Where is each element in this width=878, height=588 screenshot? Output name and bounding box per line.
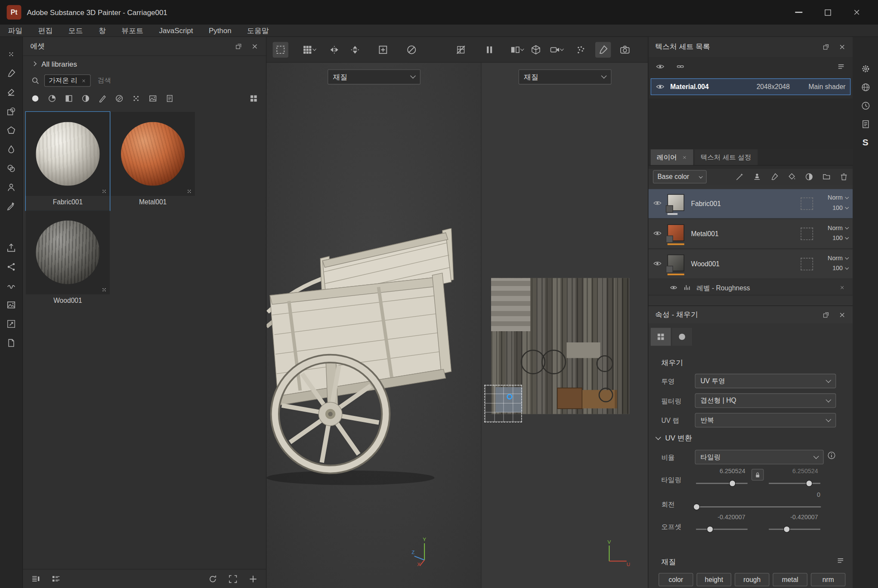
symmetry-y-button[interactable] bbox=[347, 42, 363, 57]
projection-toggle-button[interactable] bbox=[453, 42, 469, 57]
uv-pivot-handle[interactable] bbox=[507, 394, 512, 400]
filter-fonts-icon[interactable] bbox=[165, 94, 174, 103]
history-icon[interactable] bbox=[860, 101, 870, 111]
uv-transform-section[interactable]: UV 변환 bbox=[656, 433, 692, 443]
smudge-tool-button[interactable] bbox=[0, 140, 23, 159]
layer-row-metal001[interactable]: Metal001 Norm 100 bbox=[649, 219, 853, 249]
popout-icon[interactable] bbox=[822, 311, 830, 319]
projection-select[interactable]: UV 투영 bbox=[695, 374, 836, 388]
blend-mode-select[interactable]: Norm bbox=[828, 255, 848, 262]
tab-layers[interactable]: 레이어 bbox=[651, 149, 693, 165]
minimize-button[interactable] bbox=[784, 3, 813, 22]
effect-row-levels[interactable]: 레벨 - Roughness bbox=[649, 280, 853, 295]
substance-share-icon[interactable]: S bbox=[863, 138, 869, 148]
tab-texture-set-settings[interactable]: 텍스처 세트 설정 bbox=[694, 149, 757, 165]
material-mode-select-3d[interactable]: 재질 bbox=[327, 69, 420, 84]
layer-thumbnail[interactable] bbox=[668, 225, 684, 241]
filter-smart-materials-icon[interactable] bbox=[48, 94, 57, 103]
filter-materials-icon[interactable] bbox=[31, 94, 40, 103]
tiling-x-slider[interactable] bbox=[696, 480, 748, 487]
close-panel-icon[interactable] bbox=[838, 311, 846, 319]
viewport-3d[interactable]: 재질 bbox=[266, 63, 482, 588]
blend-mode-select[interactable]: Norm bbox=[828, 225, 848, 231]
settings-icon[interactable] bbox=[860, 64, 870, 74]
add-group-icon[interactable] bbox=[822, 172, 831, 182]
menu-item-file[interactable]: 파일 bbox=[0, 25, 30, 37]
layer-visibility-icon[interactable] bbox=[653, 199, 662, 208]
close-panel-icon[interactable] bbox=[838, 43, 846, 51]
view-3d-button[interactable] bbox=[528, 42, 544, 57]
polygon-fill-tool-button[interactable] bbox=[0, 121, 23, 140]
menu-item-viewport[interactable]: 뷰포트 bbox=[114, 25, 151, 37]
add-asset-icon[interactable] bbox=[248, 574, 258, 584]
material-picker-tool-button[interactable] bbox=[0, 197, 23, 216]
menu-item-mode[interactable]: 모드 bbox=[61, 25, 91, 37]
resize-button[interactable] bbox=[0, 314, 23, 333]
thumbnail-view-icon[interactable] bbox=[249, 94, 258, 103]
clone-tool-button[interactable] bbox=[0, 159, 23, 178]
menu-item-window[interactable]: 창 bbox=[91, 25, 114, 37]
tiling-y-slider[interactable] bbox=[769, 480, 820, 487]
add-quick-mask-button[interactable] bbox=[375, 42, 391, 57]
layer-thumbnail[interactable] bbox=[668, 255, 684, 271]
filtering-select[interactable]: 겹선형 | HQ bbox=[695, 393, 836, 408]
paint-tool-button[interactable] bbox=[0, 64, 23, 83]
remove-effect-icon[interactable] bbox=[839, 285, 845, 290]
search-filter-chip[interactable]: 가져온 리 bbox=[44, 74, 91, 87]
link-sets-icon[interactable] bbox=[676, 62, 685, 71]
refresh-assets-icon[interactable] bbox=[208, 574, 218, 584]
chip-remove-icon[interactable] bbox=[81, 78, 87, 83]
tiling-lock-button[interactable] bbox=[751, 469, 764, 480]
channel-color-button[interactable]: color bbox=[658, 573, 693, 586]
image-export-button[interactable] bbox=[0, 296, 23, 314]
list-options-icon[interactable] bbox=[837, 62, 846, 71]
channel-select[interactable]: Base color bbox=[653, 170, 707, 183]
display-mode-button[interactable] bbox=[508, 42, 524, 57]
filter-filters-icon[interactable] bbox=[81, 94, 90, 103]
uv-transform-gizmo[interactable] bbox=[484, 385, 522, 422]
opacity-select[interactable]: 100 bbox=[832, 234, 848, 241]
mannequin-tool-button[interactable] bbox=[0, 178, 23, 197]
asset-tile-wood001[interactable]: Wood001 bbox=[26, 210, 110, 309]
material-options-icon[interactable] bbox=[836, 556, 845, 565]
layer-visibility-icon[interactable] bbox=[653, 259, 662, 268]
export-button[interactable] bbox=[0, 238, 23, 257]
properties-tab-fill[interactable] bbox=[651, 328, 671, 346]
share-button[interactable] bbox=[0, 257, 23, 276]
popout-icon[interactable] bbox=[822, 43, 830, 51]
blend-mode-select[interactable]: Norm bbox=[828, 194, 848, 201]
eraser-tool-button[interactable] bbox=[0, 83, 23, 102]
layer-row-fabric001[interactable]: Fabric001 Norm 100 bbox=[649, 189, 853, 219]
menu-item-edit[interactable]: 편집 bbox=[30, 25, 60, 37]
rotation-slider[interactable] bbox=[694, 504, 821, 511]
opacity-select[interactable]: 100 bbox=[832, 204, 848, 211]
menu-item-help[interactable]: 도움말 bbox=[239, 25, 277, 37]
camera-view-button[interactable] bbox=[548, 42, 564, 57]
layer-visibility-icon[interactable] bbox=[653, 229, 662, 238]
list-view-icon[interactable] bbox=[31, 574, 41, 584]
log-icon[interactable] bbox=[860, 119, 870, 129]
opacity-select[interactable]: 100 bbox=[832, 265, 848, 271]
layer-mask-slot[interactable] bbox=[801, 197, 813, 210]
offset-y-slider[interactable] bbox=[769, 526, 820, 533]
particles-button[interactable] bbox=[573, 42, 588, 57]
layer-thumbnail[interactable] bbox=[668, 194, 684, 211]
close-panel-icon[interactable] bbox=[251, 42, 259, 50]
properties-tab-material[interactable] bbox=[672, 328, 692, 346]
symmetry-x-button[interactable] bbox=[326, 42, 342, 57]
all-libraries-toggle[interactable]: All libraries bbox=[23, 56, 266, 71]
popout-icon[interactable] bbox=[235, 42, 242, 50]
detail-view-icon[interactable] bbox=[51, 574, 61, 584]
viewport-2d[interactable]: 재질 bbox=[482, 63, 648, 588]
texture-set-row[interactable]: Material.004 2048x2048 Main shader bbox=[651, 78, 850, 95]
uv-wrap-select[interactable]: 반복 bbox=[695, 413, 836, 428]
display-settings-icon[interactable] bbox=[860, 82, 870, 92]
channel-metal-button[interactable]: metal bbox=[773, 573, 807, 586]
filter-environments-icon[interactable] bbox=[148, 94, 158, 103]
tiling-x-value[interactable]: 6.250524 bbox=[696, 468, 745, 474]
add-anchor-icon[interactable] bbox=[753, 172, 762, 182]
tab-close-icon[interactable] bbox=[682, 155, 687, 160]
layer-mask-slot[interactable] bbox=[801, 228, 813, 240]
log-file-button[interactable] bbox=[0, 333, 23, 352]
offset-x-slider[interactable] bbox=[696, 526, 748, 533]
